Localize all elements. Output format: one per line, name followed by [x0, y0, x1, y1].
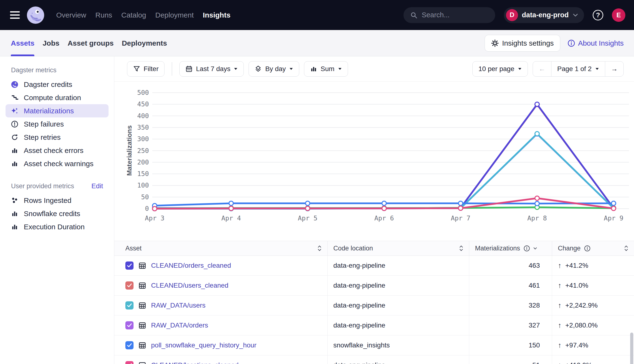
- tab-deployments[interactable]: Deployments: [122, 30, 167, 56]
- asset-link[interactable]: CLEANED/locations_cleaned: [151, 361, 238, 364]
- edit-metrics-link[interactable]: Edit: [92, 182, 103, 190]
- sidebar-item-asset-check-warnings[interactable]: Asset check warnings: [6, 157, 108, 170]
- svg-text:Apr 4: Apr 4: [222, 214, 241, 222]
- tab-assets[interactable]: Assets: [11, 30, 34, 56]
- granularity-dropdown[interactable]: By day: [248, 61, 299, 76]
- layers-icon: [254, 65, 262, 72]
- aggregation-dropdown[interactable]: Sum: [304, 61, 348, 76]
- steps-icon: [11, 94, 18, 102]
- sort-icon[interactable]: [459, 245, 463, 252]
- asset-link[interactable]: CLEANED/orders_cleaned: [151, 262, 231, 270]
- deployment-switcher[interactable]: D data-eng-prod: [504, 7, 584, 23]
- svg-text:200: 200: [137, 158, 149, 166]
- date-range-dropdown[interactable]: Last 7 days: [180, 61, 244, 76]
- asset-link[interactable]: RAW_DATA/orders: [151, 322, 208, 329]
- insights-settings-button[interactable]: Insights settings: [485, 35, 560, 52]
- page-indicator-dropdown[interactable]: Page 1 of 2: [552, 62, 605, 76]
- code-location-cell: data-eng-pipeline: [327, 296, 469, 315]
- column-header-code-location[interactable]: Code location: [327, 241, 469, 256]
- page-size-dropdown[interactable]: 10 per page: [472, 61, 528, 76]
- chevron-down-icon[interactable]: [534, 247, 537, 250]
- top-nav-item-insights[interactable]: Insights: [203, 11, 230, 19]
- asset-cell: poll_snowflake_query_history_hour: [114, 336, 327, 355]
- search-icon: [410, 12, 418, 19]
- svg-text:Apr 7: Apr 7: [451, 214, 470, 222]
- caret-down-icon: [234, 68, 238, 70]
- svg-text:50: 50: [141, 193, 149, 201]
- sidebar-item-snowflake-credits[interactable]: Snowflake credits: [6, 207, 108, 220]
- user-avatar[interactable]: E: [612, 8, 625, 22]
- info-icon[interactable]: [524, 245, 530, 252]
- bar-chart-icon: [11, 223, 18, 231]
- dagster-logo-icon[interactable]: [26, 6, 45, 24]
- row-checkbox[interactable]: [125, 301, 134, 310]
- help-icon[interactable]: ?: [593, 10, 603, 20]
- top-nav-item-overview[interactable]: Overview: [56, 11, 86, 19]
- change-value: +41.0%: [565, 282, 588, 289]
- next-page-button[interactable]: →: [605, 62, 624, 76]
- row-checkbox[interactable]: [125, 341, 134, 349]
- sidebar-item-label: Asset check warnings: [24, 160, 94, 168]
- vertical-scrollbar[interactable]: [630, 332, 633, 364]
- materializations-cell: 51: [469, 355, 552, 364]
- row-checkbox[interactable]: [125, 262, 134, 270]
- toolbar-divider: [172, 62, 172, 76]
- bar-chart-icon: [11, 147, 18, 154]
- asset-link[interactable]: RAW_DATA/users: [151, 302, 206, 309]
- sidebar-item-rows-ingested[interactable]: Rows Ingested: [6, 194, 108, 207]
- top-nav-item-deployment[interactable]: Deployment: [155, 11, 194, 19]
- trend-up-arrow-icon: ↑: [558, 361, 562, 364]
- top-nav-item-catalog[interactable]: Catalog: [121, 11, 146, 19]
- sidebar-item-materializations[interactable]: Materializations: [6, 104, 108, 118]
- sort-icon[interactable]: [624, 245, 628, 252]
- table-asset-icon: [138, 361, 146, 364]
- search-input[interactable]: [422, 11, 512, 19]
- assets-table: AssetCode locationMaterializationsChange…: [114, 241, 634, 364]
- row-checkbox[interactable]: [125, 321, 134, 330]
- about-insights-link[interactable]: About Insights: [568, 39, 624, 47]
- materializations-cell: 327: [469, 316, 552, 335]
- top-nav-item-runs[interactable]: Runs: [95, 11, 112, 19]
- svg-text:450: 450: [137, 100, 149, 108]
- table-row: CLEANED/locations_cleaneddata-eng-pipeli…: [114, 355, 634, 364]
- sidebar-item-step-failures[interactable]: Step failures: [6, 118, 108, 130]
- sidebar-item-compute-duration[interactable]: Compute duration: [6, 91, 108, 104]
- column-header-asset[interactable]: Asset: [114, 241, 327, 256]
- materializations-cell: 461: [469, 276, 552, 295]
- tab-jobs[interactable]: Jobs: [42, 30, 59, 56]
- hamburger-menu-icon[interactable]: [10, 11, 20, 19]
- top-nav-items: OverviewRunsCatalogDeploymentInsights: [56, 11, 230, 19]
- sidebar-item-label: Rows Ingested: [24, 196, 71, 204]
- bar-chart-icon: [11, 210, 18, 218]
- caret-down-icon: [595, 68, 599, 70]
- svg-text:400: 400: [137, 112, 149, 120]
- bar-chart-icon: [11, 160, 18, 168]
- asset-link[interactable]: poll_snowflake_query_history_hour: [151, 342, 256, 349]
- prev-page-button[interactable]: ←: [533, 62, 551, 76]
- row-checkbox[interactable]: [125, 361, 134, 364]
- filter-button[interactable]: Filter: [127, 61, 164, 76]
- sidebar-item-dagster-credits[interactable]: Dagster credits: [6, 78, 108, 91]
- chevron-down-icon: [572, 13, 578, 17]
- table-header-row: AssetCode locationMaterializationsChange: [114, 241, 634, 256]
- column-header-change[interactable]: Change: [552, 241, 634, 256]
- change-value: +410.0%: [565, 361, 592, 364]
- sidebar-item-asset-check-errors[interactable]: Asset check errors: [6, 144, 108, 157]
- sidebar-item-step-retries[interactable]: Step retries: [6, 130, 108, 144]
- column-header-label: Asset: [125, 245, 142, 252]
- materializations-cell: 150: [469, 336, 552, 355]
- column-header-materializations[interactable]: Materializations: [469, 241, 552, 256]
- asset-cell: RAW_DATA/users: [114, 296, 327, 315]
- info-icon[interactable]: [584, 245, 590, 252]
- pagination: ← Page 1 of 2 →: [533, 61, 624, 76]
- search-box[interactable]: /: [404, 7, 495, 23]
- table-row: RAW_DATA/usersdata-eng-pipeline328↑+2,24…: [114, 296, 634, 316]
- row-checkbox[interactable]: [125, 282, 134, 290]
- asset-link[interactable]: CLEANED/users_cleaned: [151, 282, 228, 289]
- sort-icon[interactable]: [318, 245, 322, 252]
- bar-chart-icon: [310, 65, 317, 72]
- sidebar-item-execution-duration[interactable]: Execution Duration: [6, 220, 108, 234]
- tab-asset-groups[interactable]: Asset groups: [68, 30, 114, 56]
- svg-text:Apr 6: Apr 6: [374, 214, 394, 222]
- column-header-label: Change: [558, 245, 581, 252]
